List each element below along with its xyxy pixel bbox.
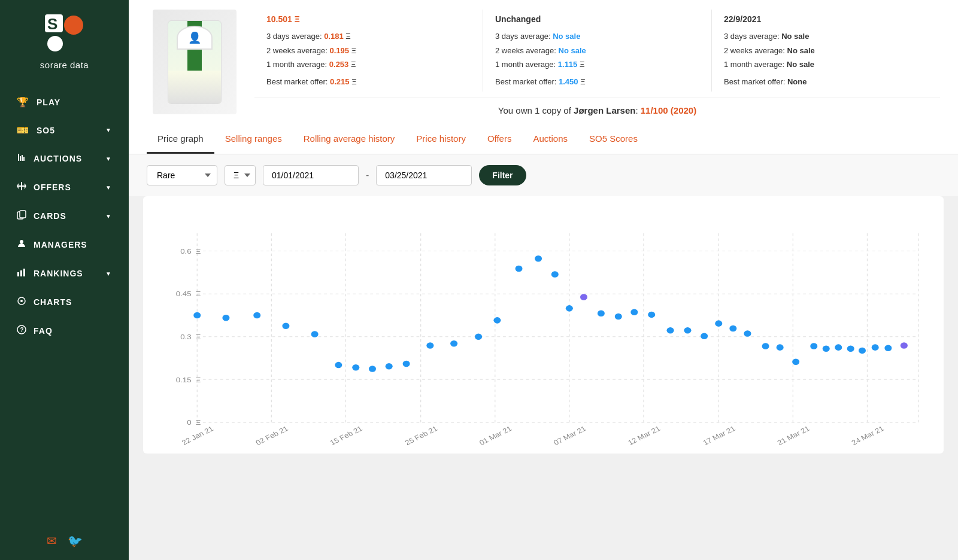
svg-point-87 — [859, 347, 866, 354]
svg-point-54 — [282, 322, 289, 329]
stat-status-2: Unchanged — [495, 12, 699, 27]
ownership-player-name: Jørgen Larsen — [574, 105, 635, 115]
stats-columns: 10.501 Ξ 3 days average: 0.181 Ξ 2 weeks… — [254, 10, 940, 92]
chevron-down-icon: ▼ — [105, 184, 112, 191]
stat-date-3: 22/9/2021 — [724, 12, 928, 27]
svg-text:Ξ: Ξ — [196, 247, 201, 255]
price-chart: .grid-line { stroke: #e0e0e0; stroke-wid… — [161, 208, 926, 448]
svg-point-82 — [792, 358, 799, 365]
tabs-bar: Price graph Selling ranges Rolling avera… — [129, 124, 958, 154]
sidebar-social: ✉ 🐦 — [35, 522, 95, 560]
svg-point-79 — [744, 330, 751, 337]
sidebar-item-play[interactable]: 🏆 PLAY — [0, 88, 129, 116]
tab-selling-ranges[interactable]: Selling ranges — [214, 124, 293, 154]
date-from-input[interactable] — [263, 165, 359, 185]
svg-text:0.15: 0.15 — [176, 376, 192, 384]
stat-col-3: 22/9/2021 3 days average: No sale 2 week… — [712, 10, 940, 92]
svg-point-62 — [450, 340, 457, 347]
managers-icon — [17, 239, 26, 251]
mail-icon[interactable]: ✉ — [47, 534, 57, 548]
sidebar-item-auctions[interactable]: AUCTIONS ▼ — [0, 144, 129, 173]
chart-container: .grid-line { stroke: #e0e0e0; stroke-wid… — [161, 208, 926, 448]
sidebar-item-faq[interactable]: ? FAQ — [0, 316, 129, 345]
filter-button[interactable]: Filter — [479, 165, 526, 185]
svg-point-73 — [648, 311, 655, 318]
svg-point-72 — [630, 309, 638, 315]
svg-point-74 — [667, 327, 674, 334]
faq-icon: ? — [17, 325, 26, 337]
date-to-input[interactable] — [376, 165, 472, 185]
sidebar-item-offers[interactable]: OFFERS ▼ — [0, 173, 129, 202]
svg-point-64 — [493, 317, 501, 324]
svg-point-71 — [615, 314, 622, 320]
svg-point-61 — [426, 342, 433, 349]
svg-point-69 — [580, 294, 587, 300]
svg-text:21 Mar 21: 21 Mar 21 — [776, 424, 811, 446]
date-separator: - — [366, 170, 369, 181]
svg-point-77 — [715, 320, 722, 327]
svg-point-80 — [762, 343, 769, 349]
svg-point-59 — [386, 363, 393, 370]
svg-text:Ξ: Ξ — [196, 419, 201, 427]
trophy-icon: 🏆 — [17, 96, 29, 108]
svg-point-89 — [884, 345, 892, 351]
svg-point-68 — [566, 305, 573, 312]
chart-area: .grid-line { stroke: #e0e0e0; stroke-wid… — [143, 196, 944, 454]
sidebar-item-charts[interactable]: CHARTS — [0, 288, 129, 316]
svg-text:0.6: 0.6 — [180, 247, 192, 255]
stat-2weeks-1: 2 weeks average: 0.195 Ξ — [266, 44, 471, 57]
tab-price-history[interactable]: Price history — [405, 124, 477, 154]
svg-text:02 Feb 21: 02 Feb 21 — [254, 424, 290, 446]
stat-2weeks-3: 2 weeks average: No sale — [724, 44, 928, 57]
svg-point-56 — [335, 362, 342, 369]
ownership-prefix: You own 1 copy of — [498, 105, 574, 115]
svg-rect-8 — [20, 270, 22, 276]
tab-rolling-average[interactable]: Rolling average history — [293, 124, 406, 154]
stat-2weeks-2: 2 weeks average: No sale — [495, 44, 699, 57]
svg-text:S: S — [47, 15, 57, 33]
offers-icon — [17, 181, 26, 193]
filter-bar: Rare Common Super Rare Unique Ξ $ € - Fi… — [129, 154, 958, 196]
tab-price-graph[interactable]: Price graph — [147, 124, 214, 154]
svg-rect-7 — [17, 272, 19, 276]
twitter-icon[interactable]: 🐦 — [68, 534, 83, 548]
stat-3days-1: 3 days average: 0.181 Ξ — [266, 29, 471, 43]
tab-offers[interactable]: Offers — [477, 124, 523, 154]
svg-point-6 — [20, 240, 23, 244]
svg-point-78 — [729, 325, 736, 332]
svg-text:17 Mar 21: 17 Mar 21 — [702, 424, 737, 446]
rankings-icon — [17, 267, 26, 279]
stat-price-header: 10.501 Ξ — [266, 12, 471, 27]
ownership-card-info: 11/100 (2020) — [641, 105, 696, 115]
tab-so5-scores[interactable]: SO5 Scores — [578, 124, 648, 154]
sidebar-item-managers[interactable]: MANAGERS — [0, 230, 129, 259]
tab-auctions[interactable]: Auctions — [522, 124, 578, 154]
svg-point-81 — [777, 344, 784, 351]
logo: S sorare data — [40, 12, 89, 70]
svg-point-76 — [701, 333, 708, 339]
svg-rect-5 — [20, 211, 26, 218]
svg-text:0: 0 — [187, 419, 191, 427]
svg-rect-14 — [161, 208, 926, 422]
stat-col-2: Unchanged 3 days average: No sale 2 week… — [483, 10, 712, 92]
auctions-icon — [17, 153, 26, 165]
stat-3days-2: 3 days average: No sale — [495, 29, 699, 43]
svg-text:24 Mar 21: 24 Mar 21 — [850, 424, 886, 446]
svg-text:15 Feb 21: 15 Feb 21 — [329, 424, 364, 446]
stat-best-2: Best market offer: 1.450 Ξ — [495, 75, 699, 89]
svg-point-57 — [352, 364, 359, 371]
svg-rect-3 — [47, 36, 63, 51]
svg-point-11 — [20, 300, 23, 302]
svg-point-53 — [253, 312, 260, 318]
sidebar-item-rankings[interactable]: RANKINGS ▼ — [0, 259, 129, 288]
rarity-select[interactable]: Rare Common Super Rare Unique — [147, 165, 217, 185]
svg-point-86 — [847, 345, 854, 352]
chevron-down-icon: ▼ — [105, 156, 112, 162]
svg-point-84 — [823, 345, 830, 352]
sidebar-item-cards[interactable]: CARDS ▼ — [0, 202, 129, 230]
svg-text:?: ? — [20, 327, 25, 333]
currency-select[interactable]: Ξ $ € — [225, 165, 256, 185]
charts-icon — [17, 296, 26, 308]
logo-text: sorare data — [40, 60, 89, 70]
sidebar-item-so5[interactable]: 🎫 SO5 ▼ — [0, 116, 129, 144]
